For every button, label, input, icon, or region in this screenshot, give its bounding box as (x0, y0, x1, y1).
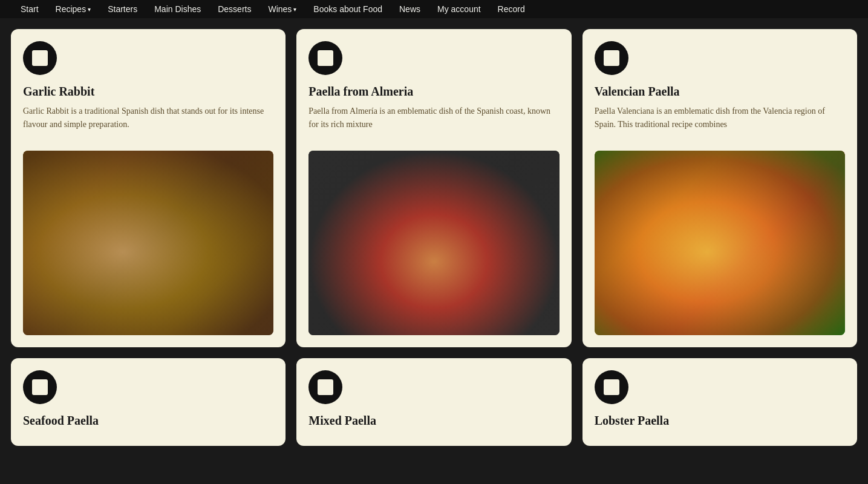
chevron-down-icon: ▾ (88, 6, 91, 13)
card-icon-inner (604, 379, 619, 395)
card-image-garlic-rabbit (23, 151, 273, 335)
card-icon-paella-almeria[interactable] (308, 41, 342, 75)
nav-item-recipes[interactable]: Recipes ▾ (47, 0, 100, 18)
card-icon-garlic-rabbit[interactable] (23, 41, 57, 75)
card-title-seafood-paella: Seafood Paella (23, 414, 273, 428)
nav-item-wines[interactable]: Wines ▾ (259, 0, 305, 18)
card-description-garlic-rabbit: Garlic Rabbit is a traditional Spanish d… (23, 105, 273, 141)
card-garlic-rabbit: Garlic Rabbit Garlic Rabbit is a traditi… (11, 29, 286, 347)
card-title-lobster-paella: Lobster Paella (595, 414, 845, 428)
card-icon-inner (32, 50, 48, 66)
nav-item-record[interactable]: Record (489, 0, 534, 18)
card-title-valencian-paella: Valencian Paella (595, 85, 845, 99)
card-icon-inner (32, 379, 48, 395)
card-icon-mixed-paella[interactable] (308, 370, 342, 404)
card-valencian-paella: Valencian Paella Paella Valenciana is an… (582, 29, 857, 347)
nav-item-books-about-food[interactable]: Books about Food (305, 0, 391, 18)
card-icon-valencian-paella[interactable] (595, 41, 628, 75)
nav-item-my-account[interactable]: My account (429, 0, 489, 18)
card-lobster-paella: Lobster Paella (582, 358, 857, 446)
card-mixed-paella: Mixed Paella (296, 358, 571, 446)
card-image-valencian-paella (595, 151, 845, 335)
card-title-garlic-rabbit: Garlic Rabbit (23, 85, 273, 99)
nav-item-desserts[interactable]: Desserts (209, 0, 259, 18)
card-icon-inner (318, 50, 333, 66)
nav-item-start[interactable]: Start (12, 0, 47, 18)
cards-grid: Garlic Rabbit Garlic Rabbit is a traditi… (0, 18, 868, 457)
card-paella-almeria: Paella from Almeria Paella from Almería … (296, 29, 571, 347)
chevron-down-icon: ▾ (293, 6, 296, 13)
card-image-paella-almeria (308, 151, 559, 335)
nav-item-main-dishes[interactable]: Main Dishes (146, 0, 209, 18)
nav-item-starters[interactable]: Starters (99, 0, 146, 18)
main-navigation: StartRecipes ▾StartersMain DishesDessert… (0, 0, 868, 18)
card-seafood-paella: Seafood Paella (11, 358, 286, 446)
card-icon-inner (318, 379, 333, 395)
card-title-mixed-paella: Mixed Paella (308, 414, 559, 428)
card-description-paella-almeria: Paella from Almería is an emblematic dis… (308, 105, 559, 141)
card-title-paella-almeria: Paella from Almeria (308, 85, 559, 99)
main-content: Garlic Rabbit Garlic Rabbit is a traditi… (0, 18, 868, 457)
nav-item-news[interactable]: News (391, 0, 429, 18)
card-icon-inner (604, 50, 619, 66)
card-icon-lobster-paella[interactable] (595, 370, 628, 404)
card-icon-seafood-paella[interactable] (23, 370, 57, 404)
card-description-valencian-paella: Paella Valenciana is an emblematic dish … (595, 105, 845, 141)
